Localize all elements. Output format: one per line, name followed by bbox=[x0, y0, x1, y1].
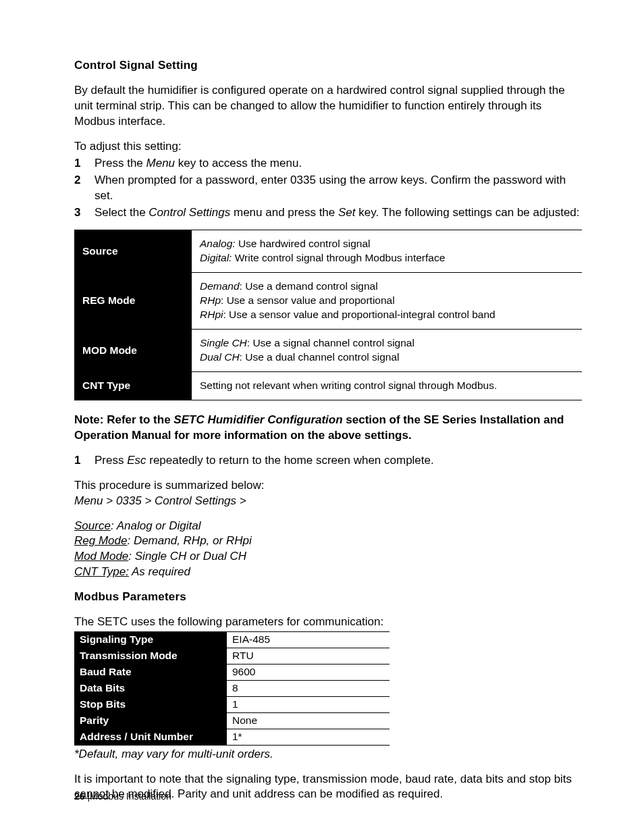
setting-option: RHpi: Use a sensor value and proportiona… bbox=[200, 308, 574, 322]
param-label: Stop Bits bbox=[74, 696, 227, 712]
page-number: 26 bbox=[74, 791, 85, 802]
setting-description: Demand: Use a demand control signalRHp: … bbox=[192, 273, 582, 330]
param-label: Data Bits bbox=[74, 680, 227, 696]
table-row: Baud Rate9600 bbox=[74, 664, 390, 680]
footer-sep: | bbox=[85, 791, 90, 802]
params-lead: The SETC uses the following parameters f… bbox=[74, 615, 582, 630]
param-value: 8 bbox=[227, 680, 390, 696]
adjust-lead: To adjust this setting: bbox=[74, 139, 582, 155]
param-label: Parity bbox=[74, 712, 227, 729]
text-fragment: key to access the menu. bbox=[175, 157, 302, 170]
option-name: Analog: bbox=[200, 238, 236, 249]
text-fragment: key. The following settings can be adjus… bbox=[356, 206, 580, 219]
menu-name: Control Settings bbox=[149, 206, 230, 219]
step-number: 1 bbox=[74, 156, 95, 172]
setting-option: Digital: Write control signal through Mo… bbox=[200, 251, 574, 265]
setting-option: Dual CH: Use a dual channel control sign… bbox=[200, 350, 574, 365]
summary-lines: Source: Analog or DigitalReg Mode: Deman… bbox=[74, 519, 582, 581]
setting-label: REG Mode bbox=[74, 273, 192, 330]
step-text: Select the Control Settings menu and pre… bbox=[95, 205, 582, 221]
note-reference: SETC Humidifier Configuration bbox=[173, 413, 342, 426]
summary-line-rest: : Single CH or Dual CH bbox=[128, 550, 246, 563]
option-desc: Use hardwired control signal bbox=[236, 238, 371, 249]
text-fragment: Press the bbox=[95, 157, 146, 170]
param-label: Transmission Mode bbox=[74, 648, 227, 664]
step-text: Press Esc repeatedly to return to the ho… bbox=[95, 453, 582, 469]
option-name: RHpi bbox=[200, 309, 223, 320]
param-value: 1* bbox=[227, 729, 390, 745]
setting-description: Single CH: Use a signal channel control … bbox=[192, 330, 582, 372]
summary-lead: This procedure is summarized below: bbox=[74, 478, 582, 494]
option-desc: Setting not relevant when writing contro… bbox=[200, 380, 497, 391]
option-desc: : Use a demand control signal bbox=[240, 280, 378, 292]
param-label: Signaling Type bbox=[74, 632, 227, 648]
summary-line-label: Reg Mode bbox=[74, 534, 127, 547]
step-esc: 1 Press Esc repeatedly to return to the … bbox=[74, 453, 582, 469]
summary-line-rest: : Demand, RHp, or RHpi bbox=[127, 534, 251, 547]
option-desc: : Use a sensor value and proportional-in… bbox=[223, 309, 495, 320]
text-fragment: Press bbox=[95, 454, 127, 467]
document-page: Control Signal Setting By default the hu… bbox=[0, 0, 644, 834]
param-label: Baud Rate bbox=[74, 664, 227, 680]
text-fragment: repeatedly to return to the home screen … bbox=[146, 454, 434, 467]
step-2: 2 When prompted for a password, enter 03… bbox=[74, 173, 582, 204]
steps-list-2: 1 Press Esc repeatedly to return to the … bbox=[74, 453, 582, 469]
intro-paragraph: By default the humidifier is configured … bbox=[74, 83, 582, 130]
summary-line-label: Source bbox=[74, 519, 111, 532]
setting-option: RHp: Use a sensor value and proportional bbox=[200, 294, 574, 308]
step-text: When prompted for a password, enter 0335… bbox=[95, 173, 582, 204]
option-name: Single CH bbox=[200, 337, 247, 348]
setting-description: Setting not relevant when writing contro… bbox=[192, 371, 582, 400]
setting-label: Source bbox=[74, 230, 192, 273]
step-text: Press the Menu key to access the menu. bbox=[95, 156, 582, 172]
summary-line-label: Mod Mode bbox=[74, 550, 128, 563]
step-number: 2 bbox=[74, 173, 95, 204]
option-name: Digital: bbox=[200, 252, 232, 263]
table-row: Stop Bits1 bbox=[74, 696, 390, 712]
text-fragment: Select the bbox=[95, 206, 149, 219]
option-desc: : Use a dual channel control signal bbox=[240, 351, 400, 363]
table-row: Transmission ModeRTU bbox=[74, 648, 390, 664]
table-row: CNT TypeSetting not relevant when writin… bbox=[74, 371, 582, 400]
menu-key-name: Menu bbox=[146, 157, 176, 170]
setting-option: Single CH: Use a signal channel control … bbox=[200, 336, 574, 350]
option-name: Dual CH bbox=[200, 351, 240, 363]
params-footnote: *Default, may vary for multi-unit orders… bbox=[74, 747, 582, 762]
params-table: Signaling TypeEIA-485Transmission ModeRT… bbox=[74, 631, 390, 745]
step-number: 3 bbox=[74, 205, 95, 221]
text-fragment: menu and press the bbox=[230, 206, 338, 219]
setting-option: Demand: Use a demand control signal bbox=[200, 280, 574, 294]
table-row: Address / Unit Number1* bbox=[74, 729, 390, 745]
key-name: Esc bbox=[127, 454, 146, 467]
table-row: MOD ModeSingle CH: Use a signal channel … bbox=[74, 330, 582, 372]
option-desc: : Use a sensor value and proportional bbox=[221, 294, 395, 306]
settings-table: SourceAnalog: Use hardwired control sign… bbox=[74, 230, 582, 400]
setting-option: Setting not relevant when writing contro… bbox=[200, 379, 574, 393]
table-row: Data Bits8 bbox=[74, 680, 390, 696]
option-name: Demand bbox=[200, 280, 240, 292]
summary-path: Menu > 0335 > Control Settings > bbox=[74, 494, 582, 509]
setting-label: MOD Mode bbox=[74, 330, 192, 372]
table-row: Signaling TypeEIA-485 bbox=[74, 632, 390, 648]
page-footer: 26 |Modbus Installation bbox=[74, 790, 171, 803]
step-number: 1 bbox=[74, 453, 95, 469]
param-value: RTU bbox=[227, 648, 390, 664]
option-desc: : Use a signal channel control signal bbox=[247, 337, 414, 348]
option-name: RHp bbox=[200, 294, 221, 306]
key-name: Set bbox=[338, 206, 356, 219]
param-value: EIA-485 bbox=[227, 632, 390, 648]
table-row: REG ModeDemand: Use a demand control sig… bbox=[74, 273, 582, 330]
option-desc: Write control signal through Modbus inte… bbox=[232, 252, 445, 263]
heading-modbus-parameters: Modbus Parameters bbox=[74, 590, 582, 605]
setting-description: Analog: Use hardwired control signalDigi… bbox=[192, 230, 582, 273]
table-row: ParityNone bbox=[74, 712, 390, 729]
heading-control-signal-setting: Control Signal Setting bbox=[74, 58, 582, 74]
steps-list-1: 1 Press the Menu key to access the menu.… bbox=[74, 156, 582, 221]
param-label: Address / Unit Number bbox=[74, 729, 227, 745]
note-paragraph: Note: Refer to the SETC Humidifier Confi… bbox=[74, 413, 582, 444]
note-prefix: Note: Refer to the bbox=[74, 413, 173, 426]
footer-section: Modbus Installation bbox=[90, 791, 171, 802]
table-row: SourceAnalog: Use hardwired control sign… bbox=[74, 230, 582, 273]
step-1: 1 Press the Menu key to access the menu. bbox=[74, 156, 582, 172]
summary-line-rest: : Analog or Digital bbox=[111, 519, 201, 532]
